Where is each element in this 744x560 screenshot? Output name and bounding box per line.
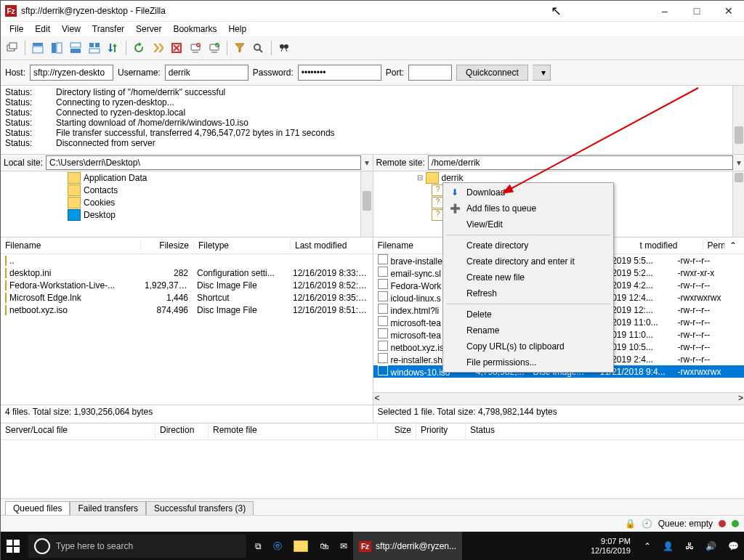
filezilla-taskbar[interactable]: Fz sftp://derrik@ryzen...	[353, 532, 462, 560]
col-priority[interactable]: Priority	[416, 423, 466, 439]
tray-volume-icon[interactable]: 🔊	[700, 532, 722, 560]
tab-queued[interactable]: Queued files	[5, 501, 70, 515]
svg-rect-6	[70, 43, 81, 47]
context-rename[interactable]: Rename	[445, 322, 612, 338]
context-download[interactable]: ⬇Download	[445, 184, 612, 200]
tray-overflow-icon[interactable]: ⌃	[638, 532, 657, 560]
menu-help[interactable]: Help	[222, 23, 252, 36]
context-create-new-file[interactable]: Create new file	[445, 269, 612, 285]
file-icon	[378, 353, 388, 363]
tree-item[interactable]: Desktop	[1, 208, 373, 221]
disconnect-button[interactable]	[187, 39, 204, 57]
notifications-icon[interactable]: 💬	[722, 532, 744, 560]
tree-item[interactable]: Application Data	[1, 171, 373, 184]
context-copy-url-s-to-clipboard[interactable]: Copy URL(s) to clipboard	[445, 338, 612, 354]
col-server-local[interactable]: Server/Local file	[1, 423, 155, 439]
menu-server[interactable]: Server	[130, 23, 167, 36]
process-queue-button[interactable]	[149, 39, 166, 57]
menu-edit[interactable]: Edit	[29, 23, 56, 36]
file-row[interactable]: Microsoft Edge.lnk 1,446 Shortcut 12/16/…	[1, 291, 373, 304]
svg-rect-21	[7, 547, 12, 553]
menu-transfer[interactable]: Transfer	[86, 23, 130, 36]
refresh-button[interactable]	[130, 39, 147, 57]
menu-bookmarks[interactable]: Bookmarks	[167, 23, 222, 36]
tray-network-icon[interactable]: 🖧	[679, 532, 700, 560]
transfer-queue-body[interactable]	[1, 440, 744, 498]
store-icon[interactable]: 🛍	[314, 532, 334, 560]
minimize-button[interactable]: –	[649, 1, 681, 21]
svg-rect-9	[95, 43, 100, 47]
col-filesize[interactable]: Filesize	[141, 240, 194, 251]
local-site-input[interactable]	[46, 155, 360, 170]
tray-people-icon[interactable]: 👤	[657, 532, 679, 560]
tree-item[interactable]: Contacts	[1, 184, 373, 196]
context-create-directory[interactable]: Create directory	[445, 238, 612, 253]
log-line: Status:Disconnected from server	[5, 138, 740, 148]
context-refresh[interactable]: Refresh	[445, 285, 612, 301]
layout4-button[interactable]	[86, 39, 103, 57]
tab-successful[interactable]: Successful transfers (3)	[146, 501, 254, 515]
menu-file[interactable]: File	[4, 23, 29, 36]
remote-site-input[interactable]	[428, 155, 733, 170]
close-button[interactable]: ✕	[713, 1, 744, 21]
message-log[interactable]: Status:Directory listing of "/home/derri…	[1, 86, 744, 155]
local-site-dropdown[interactable]: ▾	[361, 158, 373, 168]
col-filename[interactable]: Filename	[1, 240, 141, 251]
file-row[interactable]: netboot.xyz.iso 874,496 Disc Image File …	[1, 304, 373, 316]
local-tree[interactable]: Application DataContactsCookiesDesktop	[1, 171, 373, 238]
host-input[interactable]	[30, 65, 113, 81]
file-row[interactable]: Fedora-Workstation-Live-... 1,929,379,8.…	[1, 279, 373, 291]
cancel-button[interactable]	[168, 39, 185, 57]
context-delete[interactable]: Delete	[445, 307, 612, 322]
col-scroll-up[interactable]: ⌃	[725, 240, 744, 251]
col-size[interactable]: Size	[378, 423, 416, 439]
reconnect-button[interactable]	[206, 39, 223, 57]
col-remote-file[interactable]: Remote file	[209, 423, 378, 439]
col-modified[interactable]: Last modified	[291, 240, 373, 251]
remote-site-dropdown[interactable]: ▾	[733, 158, 744, 168]
layout3-button[interactable]	[67, 39, 84, 57]
username-input[interactable]	[165, 65, 248, 81]
mail-icon[interactable]: ✉	[334, 532, 353, 560]
taskbar-search[interactable]: Type here to search	[28, 535, 246, 558]
col-filetype[interactable]: Filetype	[194, 240, 291, 251]
transfer-queue-button[interactable]	[105, 39, 122, 57]
log-scrollbar[interactable]	[732, 86, 744, 154]
remote-h-scrollbar[interactable]: <>	[373, 392, 745, 405]
layout1-button[interactable]	[29, 39, 46, 57]
quickconnect-button[interactable]: Quickconnect	[456, 65, 528, 81]
sitemanager-button[interactable]	[4, 39, 21, 57]
context-add-files-to-queue[interactable]: ➕Add files to queue	[445, 200, 612, 216]
col-status[interactable]: Status	[466, 423, 744, 439]
activity-led-2	[732, 520, 739, 527]
local-tree-scrollbar[interactable]	[360, 171, 373, 237]
start-button[interactable]	[1, 532, 25, 560]
password-input[interactable]	[298, 65, 381, 81]
file-icon	[378, 267, 388, 277]
context-file-permissions-[interactable]: File permissions...	[445, 354, 612, 370]
find-button[interactable]	[275, 39, 293, 57]
task-view-button[interactable]: ⧉	[249, 532, 267, 560]
edge-icon[interactable]: ⓔ	[267, 532, 288, 560]
compare-button[interactable]	[250, 39, 267, 57]
explorer-icon[interactable]	[288, 532, 314, 560]
layout2-button[interactable]	[48, 39, 65, 57]
file-row[interactable]: desktop.ini 282 Configuration setti... 1…	[1, 267, 373, 279]
tab-failed[interactable]: Failed transfers	[70, 501, 146, 515]
taskbar-clock[interactable]: 9:07 PM 12/16/2019	[583, 537, 638, 556]
col-permissions[interactable]: Permissions	[703, 240, 726, 251]
file-row[interactable]: ..	[1, 254, 373, 267]
context-view-edit[interactable]: View/Edit	[445, 216, 612, 232]
filter-button[interactable]	[231, 39, 248, 57]
context-create-directory-and-enter-it[interactable]: Create directory and enter it	[445, 253, 612, 269]
port-input[interactable]	[408, 65, 452, 81]
remote-tree-scrollbar[interactable]	[732, 171, 744, 237]
maximize-button[interactable]: □	[681, 1, 713, 21]
menu-view[interactable]: View	[56, 23, 86, 36]
quickconnect-dropdown[interactable]: ▾	[533, 65, 551, 81]
menu-separator	[446, 304, 610, 304]
local-file-list[interactable]: Filename Filesize Filetype Last modified…	[1, 238, 373, 405]
tree-item[interactable]: Cookies	[1, 196, 373, 208]
col-modified[interactable]: t modified	[636, 240, 703, 251]
col-direction[interactable]: Direction	[155, 423, 209, 439]
